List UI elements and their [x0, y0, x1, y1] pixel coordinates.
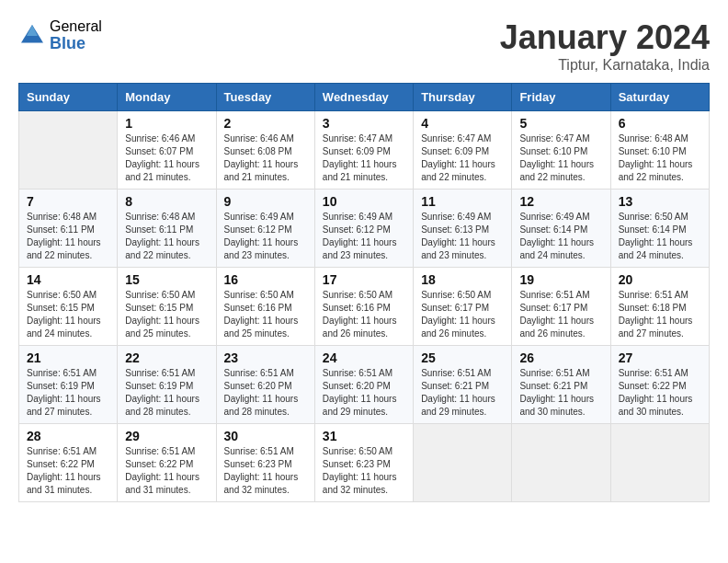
calendar-cell: 8Sunrise: 6:48 AM Sunset: 6:11 PM Daylig… — [118, 190, 216, 268]
page-header: General Blue January 2024 Tiptur, Karnat… — [18, 18, 710, 74]
day-info: Sunrise: 6:51 AM Sunset: 6:20 PM Dayligh… — [323, 367, 405, 419]
day-info: Sunrise: 6:47 AM Sunset: 6:09 PM Dayligh… — [421, 132, 504, 184]
column-header-monday: Monday — [118, 84, 216, 111]
title-block: January 2024 Tiptur, Karnataka, India — [500, 18, 710, 74]
calendar-cell: 14Sunrise: 6:50 AM Sunset: 6:15 PM Dayli… — [19, 268, 118, 346]
calendar-cell: 12Sunrise: 6:49 AM Sunset: 6:14 PM Dayli… — [512, 190, 610, 268]
day-info: Sunrise: 6:51 AM Sunset: 6:22 PM Dayligh… — [125, 445, 208, 497]
calendar-cell: 10Sunrise: 6:49 AM Sunset: 6:12 PM Dayli… — [314, 190, 413, 268]
day-number: 4 — [421, 116, 504, 131]
week-row-3: 14Sunrise: 6:50 AM Sunset: 6:15 PM Dayli… — [19, 268, 710, 346]
week-row-1: 1Sunrise: 6:46 AM Sunset: 6:07 PM Daylig… — [19, 111, 710, 190]
calendar-cell: 6Sunrise: 6:48 AM Sunset: 6:10 PM Daylig… — [610, 111, 709, 190]
logo-blue: Blue — [50, 35, 102, 53]
day-number: 14 — [27, 272, 109, 287]
day-number: 17 — [323, 272, 405, 287]
day-number: 20 — [619, 272, 701, 287]
column-header-tuesday: Tuesday — [216, 84, 314, 111]
day-number: 25 — [421, 350, 504, 365]
calendar-cell: 15Sunrise: 6:50 AM Sunset: 6:15 PM Dayli… — [118, 268, 216, 346]
calendar-cell: 17Sunrise: 6:50 AM Sunset: 6:16 PM Dayli… — [314, 268, 413, 346]
calendar-cell: 19Sunrise: 6:51 AM Sunset: 6:17 PM Dayli… — [512, 268, 610, 346]
calendar-cell: 22Sunrise: 6:51 AM Sunset: 6:19 PM Dayli… — [118, 346, 216, 424]
day-number: 23 — [224, 350, 307, 365]
logo-general: General — [50, 18, 102, 35]
logo-text: General Blue — [50, 18, 102, 52]
calendar-header: SundayMondayTuesdayWednesdayThursdayFrid… — [19, 84, 710, 111]
calendar-cell: 4Sunrise: 6:47 AM Sunset: 6:09 PM Daylig… — [414, 111, 512, 190]
day-number: 15 — [125, 272, 208, 287]
day-info: Sunrise: 6:46 AM Sunset: 6:07 PM Dayligh… — [125, 132, 208, 184]
calendar-cell: 13Sunrise: 6:50 AM Sunset: 6:14 PM Dayli… — [610, 190, 709, 268]
day-info: Sunrise: 6:51 AM Sunset: 6:19 PM Dayligh… — [27, 367, 109, 419]
column-header-sunday: Sunday — [19, 84, 118, 111]
day-info: Sunrise: 6:47 AM Sunset: 6:09 PM Dayligh… — [323, 132, 405, 184]
column-header-saturday: Saturday — [610, 84, 709, 111]
calendar-cell: 3Sunrise: 6:47 AM Sunset: 6:09 PM Daylig… — [314, 111, 413, 190]
column-header-wednesday: Wednesday — [314, 84, 413, 111]
day-info: Sunrise: 6:50 AM Sunset: 6:17 PM Dayligh… — [421, 289, 504, 340]
calendar-table: SundayMondayTuesdayWednesdayThursdayFrid… — [18, 83, 710, 502]
day-number: 24 — [323, 350, 405, 365]
calendar-cell: 26Sunrise: 6:51 AM Sunset: 6:21 PM Dayli… — [512, 346, 610, 424]
day-number: 1 — [125, 116, 208, 131]
calendar-cell: 18Sunrise: 6:50 AM Sunset: 6:17 PM Dayli… — [414, 268, 512, 346]
svg-marker-1 — [27, 25, 38, 36]
day-info: Sunrise: 6:50 AM Sunset: 6:15 PM Dayligh… — [125, 289, 208, 340]
day-number: 16 — [224, 272, 307, 287]
day-number: 9 — [224, 194, 307, 209]
calendar-cell: 2Sunrise: 6:46 AM Sunset: 6:08 PM Daylig… — [216, 111, 314, 190]
location: Tiptur, Karnataka, India — [500, 57, 710, 74]
day-info: Sunrise: 6:51 AM Sunset: 6:18 PM Dayligh… — [619, 289, 701, 340]
day-number: 12 — [519, 194, 602, 209]
calendar-cell: 27Sunrise: 6:51 AM Sunset: 6:22 PM Dayli… — [610, 346, 709, 424]
calendar-cell — [512, 424, 610, 502]
logo-icon — [18, 22, 46, 50]
day-info: Sunrise: 6:51 AM Sunset: 6:23 PM Dayligh… — [224, 445, 307, 497]
calendar-cell: 28Sunrise: 6:51 AM Sunset: 6:22 PM Dayli… — [19, 424, 118, 502]
calendar-cell: 25Sunrise: 6:51 AM Sunset: 6:21 PM Dayli… — [414, 346, 512, 424]
week-row-5: 28Sunrise: 6:51 AM Sunset: 6:22 PM Dayli… — [19, 424, 710, 502]
day-info: Sunrise: 6:48 AM Sunset: 6:10 PM Dayligh… — [619, 132, 701, 184]
logo: General Blue — [18, 18, 102, 52]
day-number: 10 — [323, 194, 405, 209]
day-info: Sunrise: 6:50 AM Sunset: 6:23 PM Dayligh… — [323, 445, 405, 497]
day-info: Sunrise: 6:50 AM Sunset: 6:16 PM Dayligh… — [224, 289, 307, 340]
calendar-cell: 23Sunrise: 6:51 AM Sunset: 6:20 PM Dayli… — [216, 346, 314, 424]
day-number: 19 — [519, 272, 602, 287]
calendar-cell: 9Sunrise: 6:49 AM Sunset: 6:12 PM Daylig… — [216, 190, 314, 268]
header-row: SundayMondayTuesdayWednesdayThursdayFrid… — [19, 84, 710, 111]
calendar-cell: 7Sunrise: 6:48 AM Sunset: 6:11 PM Daylig… — [19, 190, 118, 268]
day-info: Sunrise: 6:46 AM Sunset: 6:08 PM Dayligh… — [224, 132, 307, 184]
calendar-cell: 21Sunrise: 6:51 AM Sunset: 6:19 PM Dayli… — [19, 346, 118, 424]
day-info: Sunrise: 6:47 AM Sunset: 6:10 PM Dayligh… — [519, 132, 602, 184]
day-info: Sunrise: 6:48 AM Sunset: 6:11 PM Dayligh… — [125, 211, 208, 262]
day-number: 2 — [224, 116, 307, 131]
day-number: 27 — [619, 350, 701, 365]
day-info: Sunrise: 6:51 AM Sunset: 6:20 PM Dayligh… — [224, 367, 307, 419]
day-info: Sunrise: 6:51 AM Sunset: 6:21 PM Dayligh… — [519, 367, 602, 419]
day-info: Sunrise: 6:51 AM Sunset: 6:19 PM Dayligh… — [125, 367, 208, 419]
day-info: Sunrise: 6:49 AM Sunset: 6:13 PM Dayligh… — [421, 211, 504, 262]
day-number: 21 — [27, 350, 109, 365]
day-number: 28 — [27, 429, 109, 443]
column-header-thursday: Thursday — [414, 84, 512, 111]
column-header-friday: Friday — [512, 84, 610, 111]
day-number: 30 — [224, 429, 307, 443]
day-info: Sunrise: 6:48 AM Sunset: 6:11 PM Dayligh… — [27, 211, 109, 262]
day-info: Sunrise: 6:49 AM Sunset: 6:12 PM Dayligh… — [224, 211, 307, 262]
calendar-cell: 31Sunrise: 6:50 AM Sunset: 6:23 PM Dayli… — [314, 424, 413, 502]
calendar-cell: 29Sunrise: 6:51 AM Sunset: 6:22 PM Dayli… — [118, 424, 216, 502]
day-info: Sunrise: 6:49 AM Sunset: 6:14 PM Dayligh… — [519, 211, 602, 262]
day-number: 5 — [519, 116, 602, 131]
day-number: 29 — [125, 429, 208, 443]
week-row-2: 7Sunrise: 6:48 AM Sunset: 6:11 PM Daylig… — [19, 190, 710, 268]
day-info: Sunrise: 6:50 AM Sunset: 6:15 PM Dayligh… — [27, 289, 109, 340]
day-number: 3 — [323, 116, 405, 131]
calendar-cell: 20Sunrise: 6:51 AM Sunset: 6:18 PM Dayli… — [610, 268, 709, 346]
calendar-cell: 30Sunrise: 6:51 AM Sunset: 6:23 PM Dayli… — [216, 424, 314, 502]
day-number: 13 — [619, 194, 701, 209]
day-info: Sunrise: 6:51 AM Sunset: 6:21 PM Dayligh… — [421, 367, 504, 419]
day-info: Sunrise: 6:49 AM Sunset: 6:12 PM Dayligh… — [323, 211, 405, 262]
day-number: 22 — [125, 350, 208, 365]
